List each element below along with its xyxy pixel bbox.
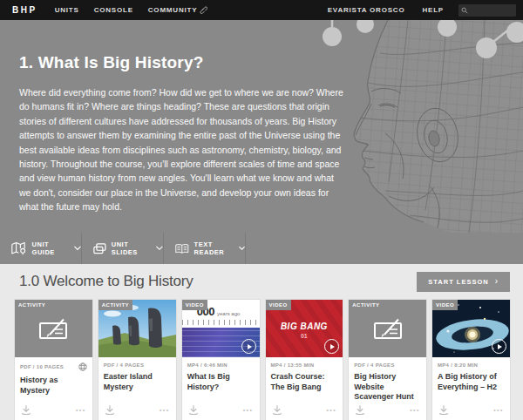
chevron-down-icon [239, 246, 245, 251]
card-meta: PDF / 10 PAGES [20, 364, 64, 369]
card-type-badge: ACTIVITY [15, 300, 49, 310]
card-title[interactable]: A Big History of Everything – H2 [432, 368, 510, 392]
nav-item-community-label: COMMUNITY [148, 6, 198, 14]
card-easter-island-mystery: ACTIVITY [98, 300, 176, 420]
more-options-button[interactable]: ••• [76, 407, 86, 413]
card-type-badge: VIDEO [182, 300, 207, 310]
worksheet-icon [37, 317, 69, 341]
hero-description: Where did everything come from? How did … [19, 85, 343, 213]
card-thumbnail[interactable]: ACTIVITY [98, 300, 176, 357]
worksheet-icon [372, 317, 404, 341]
text-reader-label: TEXT READER [194, 240, 234, 256]
timeline-ticks [182, 320, 260, 325]
nav-item-community[interactable]: COMMUNITY [148, 6, 208, 14]
card-history-as-mystery: ACTIVITY PDF / 10 PAGES [15, 300, 92, 420]
card-big-history-of-everything: VIDEO [432, 300, 510, 420]
card-title[interactable]: History as Mystery [15, 371, 92, 396]
card-what-is-big-history: VIDEO 000 years ago MP4 / 6:46 MIN What … [182, 300, 260, 420]
nav-item-console[interactable]: CONSOLE [94, 6, 133, 14]
book-icon [175, 242, 189, 255]
search-input[interactable] [468, 6, 512, 14]
card-type-badge: ACTIVITY [349, 300, 383, 310]
hero-banner: 1. What Is Big History? Where did everyt… [0, 20, 523, 233]
link-icon [200, 6, 207, 14]
nav-item-units[interactable]: UNITS [55, 6, 79, 14]
map-icon [11, 240, 27, 256]
card-thumbnail[interactable]: VIDEO BIG BANG 01 [266, 300, 343, 357]
unit-guide-label: UNIT GUIDE [32, 240, 70, 256]
card-title[interactable]: What Is Big History? [182, 368, 260, 392]
toolbar-filler [246, 233, 523, 264]
play-button[interactable] [324, 339, 339, 354]
search-box[interactable] [458, 4, 516, 17]
download-icon[interactable] [21, 404, 31, 415]
play-button[interactable] [241, 339, 256, 354]
more-options-button[interactable]: ••• [493, 407, 504, 413]
user-menu[interactable]: EVARISTA OROSCO [328, 6, 405, 14]
card-title[interactable]: Crash Course: The Big Bang [266, 368, 343, 392]
more-options-button[interactable]: ••• [243, 407, 254, 413]
slides-icon [93, 242, 106, 255]
search-icon [461, 7, 468, 14]
card-scavenger-hunt: ACTIVITY PDF / 4 PAGES Big History Websi… [349, 300, 426, 420]
card-title[interactable]: Easter Island Mystery [98, 368, 176, 392]
card-thumbnail[interactable]: VIDEO 000 years ago [182, 300, 260, 357]
more-options-button[interactable]: ••• [160, 407, 170, 413]
unit-toolbar: UNIT GUIDE UNIT SLIDES TEXT READER [0, 233, 523, 264]
text-reader-button[interactable]: TEXT READER [164, 233, 246, 264]
start-lesson-button[interactable]: START LESSON › [417, 272, 510, 292]
unit-slides-label: UNIT SLIDES [112, 240, 151, 256]
download-icon[interactable] [438, 404, 449, 415]
bhp-logo[interactable]: BHP [12, 5, 37, 15]
card-type-badge: ACTIVITY [98, 300, 132, 310]
bigbang-title-text: BIG BANG [281, 322, 328, 331]
card-title[interactable]: Big History Website Scavenger Hunt [349, 368, 426, 403]
resource-cards: ACTIVITY PDF / 10 PAGES [13, 300, 510, 420]
download-icon[interactable] [355, 404, 365, 415]
chevron-down-icon [156, 246, 163, 251]
globe-icon[interactable] [78, 362, 87, 371]
card-type-badge: VIDEO [266, 300, 291, 310]
more-options-button[interactable]: ••• [326, 407, 336, 413]
unit-guide-button[interactable]: UNIT GUIDE [0, 233, 82, 264]
more-options-button[interactable]: ••• [410, 407, 420, 413]
lesson-heading: 1.0 Welcome to Big History [19, 273, 194, 290]
page-title: 1. What Is Big History? [19, 53, 523, 72]
chevron-right-icon: › [495, 279, 499, 284]
top-nav: BHP UNITS CONSOLE COMMUNITY EVARISTA ORO… [0, 0, 523, 20]
card-thumbnail[interactable]: VIDEO [432, 300, 510, 357]
lesson-section: 1.0 Welcome to Big History START LESSON … [0, 264, 523, 420]
download-icon[interactable] [188, 404, 199, 415]
card-crash-course-big-bang: VIDEO BIG BANG 01 MP4 / 13:55 MIN Crash … [266, 300, 343, 420]
card-thumbnail[interactable]: ACTIVITY [15, 300, 92, 357]
chevron-down-icon [74, 246, 81, 251]
download-icon[interactable] [272, 404, 282, 415]
nav-item-help[interactable]: HELP [422, 6, 444, 14]
card-thumbnail[interactable]: ACTIVITY [349, 300, 426, 357]
card-type-badge: VIDEO [432, 300, 458, 310]
download-icon[interactable] [105, 404, 115, 415]
play-button[interactable] [492, 339, 506, 354]
bigbang-episode-number: 01 [301, 333, 308, 339]
unit-slides-button[interactable]: UNIT SLIDES [82, 233, 164, 264]
timeline-label: years ago [217, 311, 240, 316]
start-lesson-label: START LESSON [428, 278, 488, 286]
